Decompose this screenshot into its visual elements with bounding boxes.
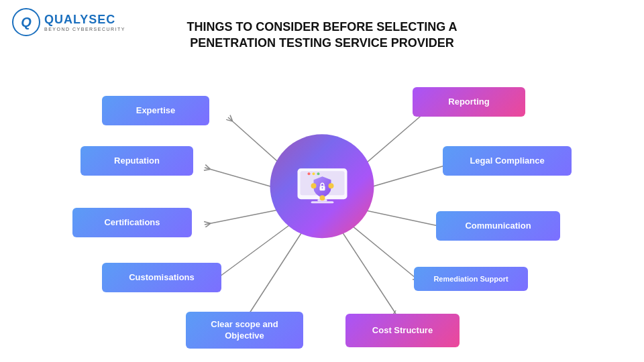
legal-compliance-node: Legal Compliance xyxy=(443,146,572,176)
clear-scope-node: Clear scope and Objective xyxy=(186,312,303,349)
remediation-support-node: Remediation Support xyxy=(414,267,528,291)
communication-node: Communication xyxy=(436,211,560,241)
svg-point-12 xyxy=(307,172,310,175)
expertise-node: Expertise xyxy=(102,96,209,125)
page-title: THINGS TO CONSIDER BEFORE SELECTING A PE… xyxy=(0,19,644,52)
reputation-node: Reputation xyxy=(80,146,193,176)
svg-point-21 xyxy=(319,195,325,200)
svg-point-14 xyxy=(317,172,319,175)
certifications-node: Certifications xyxy=(72,208,192,237)
center-circle xyxy=(270,134,374,238)
svg-point-20 xyxy=(328,183,333,188)
cost-structure-node: Cost Structure xyxy=(345,314,460,347)
svg-rect-18 xyxy=(311,201,333,203)
customisations-node: Customisations xyxy=(102,263,221,292)
shield-lock-icon xyxy=(292,156,352,217)
svg-point-16 xyxy=(321,187,323,188)
reporting-node: Reporting xyxy=(413,87,525,117)
svg-point-13 xyxy=(312,172,315,175)
svg-point-19 xyxy=(311,183,316,188)
